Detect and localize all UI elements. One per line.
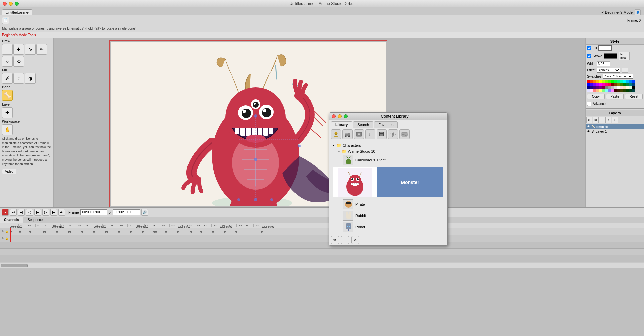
layers-tb-btn-4[interactable]: ↑ <box>605 117 611 123</box>
cl-tree-as10[interactable]: ▼ 📁 Anime Studio 10 <box>331 148 445 154</box>
eye-icon-layer1[interactable]: 👁 <box>587 130 590 133</box>
swatches-select[interactable]: Basic Colors.png <box>603 74 633 79</box>
layer-1[interactable]: 👁 🖊 Layer 1 <box>586 129 644 134</box>
color-swatch[interactable] <box>605 80 608 83</box>
advanced-checkbox[interactable] <box>587 102 591 106</box>
color-swatch[interactable] <box>596 89 599 92</box>
color-swatch[interactable] <box>623 83 626 86</box>
color-swatch[interactable] <box>602 86 605 89</box>
track-eye-1[interactable]: 👁 <box>2 230 4 233</box>
color-swatch[interactable] <box>617 86 620 89</box>
minimize-button[interactable] <box>9 2 13 6</box>
color-swatch[interactable] <box>593 86 596 89</box>
color-swatch[interactable] <box>629 80 632 83</box>
cl-max-btn[interactable] <box>344 114 348 118</box>
cl-icon-music[interactable]: ♪ <box>365 129 375 139</box>
close-button[interactable] <box>3 2 7 6</box>
color-swatch[interactable] <box>602 80 605 83</box>
color-swatch[interactable] <box>590 80 593 83</box>
color-swatch[interactable] <box>617 89 620 92</box>
color-swatch[interactable] <box>587 89 590 92</box>
cl-min-btn[interactable] <box>338 114 342 118</box>
paste-button[interactable]: Paste <box>606 94 624 99</box>
color-swatch[interactable] <box>614 86 617 89</box>
transport-next-frame[interactable]: ▶ <box>50 209 57 216</box>
color-swatch[interactable] <box>602 83 605 86</box>
frame-current[interactable]: 00:00:00:00 <box>80 209 107 215</box>
frame-total[interactable]: 00:00:10:00 <box>113 209 140 215</box>
fill-checkbox[interactable] <box>587 46 591 50</box>
color-swatch[interactable] <box>590 89 593 92</box>
color-swatch[interactable] <box>599 86 602 89</box>
cl-icon-movie[interactable] <box>377 129 387 139</box>
track-content-5[interactable] <box>10 255 644 262</box>
color-swatch[interactable] <box>587 80 590 83</box>
color-swatch[interactable] <box>605 83 608 86</box>
color-swatch[interactable] <box>614 89 617 92</box>
cl-item-carnivorous-plant[interactable]: Carnivorous_Plant <box>331 154 445 166</box>
shape-tool[interactable]: ○ <box>2 56 13 67</box>
cl-tree-characters[interactable]: ▼ 📁 Characters <box>331 142 445 148</box>
swatches-arrow[interactable]: ⋯ <box>634 75 638 78</box>
effect-select[interactable]: <plain> <box>597 68 620 73</box>
color-swatch[interactable] <box>620 89 623 92</box>
cl-item-rabbit[interactable]: Rabbit <box>331 210 445 221</box>
color-swatch[interactable] <box>590 83 593 86</box>
color-swatch[interactable] <box>587 83 590 86</box>
transport-next-keyframe[interactable]: ▷ <box>42 209 49 216</box>
color-swatch[interactable] <box>626 89 629 92</box>
track-lock-2[interactable]: 🔒 <box>5 237 8 240</box>
fill-tool[interactable]: ⤴ <box>13 73 24 84</box>
cl-remove-btn[interactable]: ✕ <box>351 236 359 244</box>
draw-tool[interactable]: ✏ <box>36 44 47 55</box>
transport-record[interactable]: ● <box>2 209 9 216</box>
cl-icon-photo[interactable] <box>354 129 364 139</box>
no-brush-btn[interactable]: NoBrush <box>619 52 630 60</box>
color-swatch[interactable] <box>611 86 614 89</box>
color-swatch[interactable] <box>617 83 620 86</box>
cl-item-pirate[interactable]: Pirate <box>331 199 445 210</box>
track-content-3[interactable] <box>10 242 644 248</box>
color-swatch[interactable] <box>611 89 614 92</box>
cl-icon-vehicle[interactable] <box>342 129 353 139</box>
cl-close-btn[interactable] <box>332 114 336 118</box>
gradient-tool[interactable]: ◑ <box>25 73 36 84</box>
track-content-2[interactable] <box>10 235 644 242</box>
color-swatch[interactable] <box>608 80 611 83</box>
color-swatch[interactable] <box>629 86 632 89</box>
cl-icon-settings[interactable] <box>388 129 398 139</box>
toolbar-new-btn[interactable]: 📄 <box>2 17 9 24</box>
color-swatch[interactable] <box>623 89 626 92</box>
color-swatch[interactable] <box>626 83 629 86</box>
transform-tool[interactable]: ⟲ <box>13 56 24 67</box>
cl-tab-search[interactable]: Search <box>353 121 373 128</box>
color-swatch[interactable] <box>632 89 635 92</box>
color-swatch[interactable] <box>620 86 623 89</box>
window-controls[interactable] <box>3 2 19 6</box>
transport-sound[interactable]: 🔊 <box>141 209 148 216</box>
layers-tb-btn-5[interactable]: ↓ <box>612 117 618 123</box>
color-swatch[interactable] <box>605 86 608 89</box>
cl-options-icon[interactable]: ··· <box>441 114 445 119</box>
paint-tool[interactable]: 🖌 <box>2 73 13 84</box>
color-swatch[interactable] <box>593 83 596 86</box>
user-icon[interactable]: 👤 <box>635 9 641 15</box>
eye-icon-monster[interactable]: 👁 <box>587 125 590 128</box>
color-swatch[interactable] <box>632 86 635 89</box>
transport-prev-keyframe[interactable]: ◁ <box>26 209 33 216</box>
timeline-scrollbar[interactable] <box>0 263 644 268</box>
color-swatch[interactable] <box>608 83 611 86</box>
cl-edit-btn[interactable]: ✏ <box>331 236 339 244</box>
cl-item-robot[interactable]: Robot <box>331 221 445 233</box>
color-swatch[interactable] <box>629 83 632 86</box>
beginners-mode-checkbox[interactable]: ✓ Beginner's Mode <box>601 10 633 15</box>
video-button[interactable]: Video <box>2 169 16 174</box>
track-content-4[interactable] <box>10 249 644 255</box>
transport-to-end[interactable]: ⏭ <box>58 209 65 216</box>
bone-tool[interactable]: 🦴 <box>2 90 13 101</box>
tab-channels[interactable]: Channels <box>0 217 23 223</box>
file-tab[interactable]: Untitled.anme <box>2 9 32 15</box>
cl-icon-character[interactable] <box>331 129 341 139</box>
cl-featured-monster[interactable]: Monster <box>333 167 443 197</box>
pan-tool[interactable]: ✋ <box>2 124 13 135</box>
